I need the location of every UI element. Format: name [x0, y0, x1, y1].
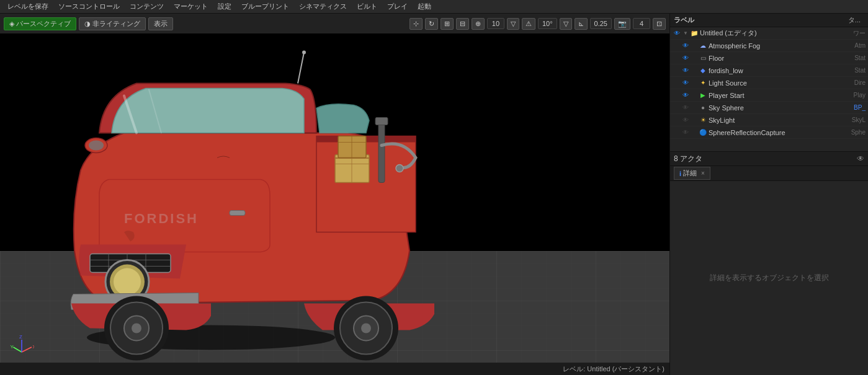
viewport[interactable]: ◈ パースペクティブ ◑ 非ライティング 表示 ⊹ ↻ ⊞ ⊟ ⊕ 10 ▽ ⚠… [0, 14, 669, 375]
visibility-icon-skylight[interactable]: 👁 [681, 116, 690, 125]
angle-toggle[interactable]: ▽ [560, 18, 572, 30]
tree-item-skysphere[interactable]: 👁 ● Sky Sphere BP_ [670, 102, 868, 114]
visibility-icon-fog[interactable]: 👁 [681, 42, 690, 50]
menu-blueprint[interactable]: ブループリント [236, 1, 294, 12]
menu-play[interactable]: プレイ [382, 1, 413, 12]
item-name-fordish: fordish_low [709, 67, 853, 74]
surface-snapping-button[interactable]: ⊟ [456, 18, 469, 30]
camera-num-button[interactable]: 4 [633, 18, 650, 29]
item-type-light: Dire [854, 79, 866, 86]
axis-indicator: X Y Z [9, 335, 34, 360]
outliner-title: ラベル [674, 15, 694, 25]
panel-tab-secondary[interactable]: タ... [844, 15, 864, 25]
visibility-icon-light[interactable]: 👁 [681, 79, 690, 87]
expand-arrow-fordish[interactable] [691, 68, 697, 74]
outliner-tree[interactable]: 👁 ▼ 📁 Untitled (エディタ) ワー 👁 ☁ Atmospheric… [670, 27, 868, 151]
visibility-icon-fordish[interactable]: 👁 [681, 66, 690, 75]
visibility-icon-untitled[interactable]: 👁 [673, 29, 681, 38]
item-name-light: Light Source [709, 79, 853, 87]
scale-button[interactable]: ⊞ [441, 18, 454, 30]
spherereflect-icon: 🔵 [699, 128, 707, 137]
item-type-fordish: Stat [854, 67, 866, 74]
svg-text:Z: Z [19, 335, 22, 340]
lighting-icon: ◑ [84, 20, 91, 28]
playerstart-icon: ▶ [699, 91, 707, 100]
translate-button[interactable]: ⊹ [409, 18, 423, 30]
actors-eye-icon[interactable]: 👁 [857, 154, 864, 163]
world-local-button[interactable]: ⊕ [472, 18, 485, 30]
camera-button[interactable]: 📷 [614, 18, 630, 30]
visibility-icon-floor[interactable]: 👁 [681, 54, 690, 63]
svg-rect-2 [0, 251, 669, 363]
tree-item-floor[interactable]: 👁 ▭ Floor Stat [670, 52, 868, 64]
menu-bar: レベルを保存 ソースコントロール コンテンツ マーケット 設定 ブループリント … [0, 0, 868, 14]
skysphere-icon: ● [699, 104, 707, 112]
expand-arrow-skylight[interactable] [691, 117, 697, 123]
expand-arrow-playerstart[interactable] [691, 92, 697, 99]
visibility-icon-playerstart[interactable]: 👁 [681, 91, 690, 100]
expand-arrow-light[interactable] [691, 80, 697, 86]
item-name-skysphere: Sky Sphere [709, 104, 852, 112]
viewport-toolbar: ◈ パースペクティブ ◑ 非ライティング 表示 ⊹ ↻ ⊞ ⊟ ⊕ 10 ▽ ⚠… [0, 14, 669, 33]
tree-item-untitled[interactable]: 👁 ▼ 📁 Untitled (エディタ) ワー [670, 27, 868, 40]
menu-settings[interactable]: 設定 [213, 1, 236, 12]
right-panel: ラベル タ... 👁 ▼ 📁 Untitled (エディタ) ワー 👁 ☁ At… [669, 14, 868, 375]
magnet-icon[interactable]: ⊾ [575, 18, 588, 30]
details-content: 詳細を表示するオブジェクトを選択 [670, 181, 868, 375]
item-name-untitled: Untitled (エディタ) [700, 29, 852, 38]
viewport-status: レベル: Untitled (パーシスタント) [0, 363, 669, 375]
maximize-button[interactable]: ⊡ [653, 18, 666, 30]
perspective-icon: ◈ [9, 20, 14, 28]
tree-item-light[interactable]: 👁 ✦ Light Source Dire [670, 77, 868, 89]
menu-save[interactable]: レベルを保存 [2, 1, 53, 12]
expand-arrow-fog[interactable] [691, 43, 697, 49]
visibility-icon-spherereflect[interactable]: 👁 [681, 128, 690, 137]
svg-text:X: X [33, 344, 34, 350]
scale-button2[interactable]: 0.25 [590, 18, 612, 29]
light-icon: ✦ [699, 79, 707, 87]
menu-market[interactable]: マーケット [169, 1, 213, 12]
item-name-skylight: SkyLight [709, 117, 851, 124]
main-layout: ◈ パースペクティブ ◑ 非ライティング 表示 ⊹ ↻ ⊞ ⊟ ⊕ 10 ▽ ⚠… [0, 14, 868, 375]
rotate-button[interactable]: ↻ [425, 18, 438, 30]
item-name-floor: Floor [709, 55, 853, 62]
grid-toggle[interactable]: ▽ [507, 18, 519, 30]
menu-build[interactable]: ビルト [352, 1, 382, 12]
panel-tabs: タ... [844, 15, 864, 25]
details-close-button[interactable]: × [701, 170, 705, 177]
tree-item-playerstart[interactable]: 👁 ▶ Player Start Play [670, 89, 868, 102]
expand-arrow-spherereflect[interactable] [691, 130, 697, 136]
tree-item-skylight[interactable]: 👁 ☀ SkyLight SkyL [670, 114, 868, 126]
expand-arrow-floor[interactable] [691, 55, 697, 61]
svg-line-43 [13, 347, 22, 352]
svg-line-41 [22, 347, 32, 352]
lighting-button[interactable]: ◑ 非ライティング [79, 17, 146, 30]
display-button[interactable]: 表示 [148, 17, 173, 30]
floor-icon: ▭ [699, 54, 707, 63]
menu-cinematics[interactable]: シネマティクス [294, 1, 352, 12]
menu-source-control[interactable]: ソースコントロール [53, 1, 125, 12]
item-type-floor: Stat [854, 55, 866, 61]
perspective-button[interactable]: ◈ パースペクティブ [4, 17, 76, 30]
expand-arrow-skysphere[interactable] [691, 105, 697, 111]
expand-arrow-untitled[interactable]: ▼ [682, 30, 689, 37]
details-panel: i 詳細 × 詳細を表示するオブジェクトを選択 [670, 166, 868, 375]
tree-item-fordish[interactable]: 👁 ◆ fordish_low Stat [670, 64, 868, 77]
visibility-icon-skysphere[interactable]: 👁 [681, 104, 690, 112]
item-type-skysphere: BP_ [854, 104, 866, 111]
menu-launch[interactable]: 起動 [413, 1, 436, 12]
tree-item-fog[interactable]: 👁 ☁ Atmospheric Fog Atm [670, 40, 868, 52]
details-tab[interactable]: i 詳細 × [674, 167, 710, 180]
details-header: i 詳細 × [670, 166, 868, 181]
angle-button[interactable]: 10° [538, 18, 557, 29]
tree-item-sphere-reflect[interactable]: 👁 🔵 SphereReflectionCapture Sphe [670, 126, 868, 139]
outliner-header: ラベル タ... [670, 14, 868, 27]
menu-content[interactable]: コンテンツ [125, 1, 169, 12]
fog-icon: ☁ [699, 42, 707, 50]
level-status: レベル: Untitled (パーシスタント) [563, 364, 664, 374]
item-type-fog: Atm [854, 42, 866, 49]
warning-icon[interactable]: ⚠ [522, 18, 535, 30]
item-type-untitled: ワー [853, 29, 866, 38]
grid-size-button[interactable]: 10 [487, 18, 504, 29]
item-type-spherereflect: Sphe [851, 129, 866, 136]
